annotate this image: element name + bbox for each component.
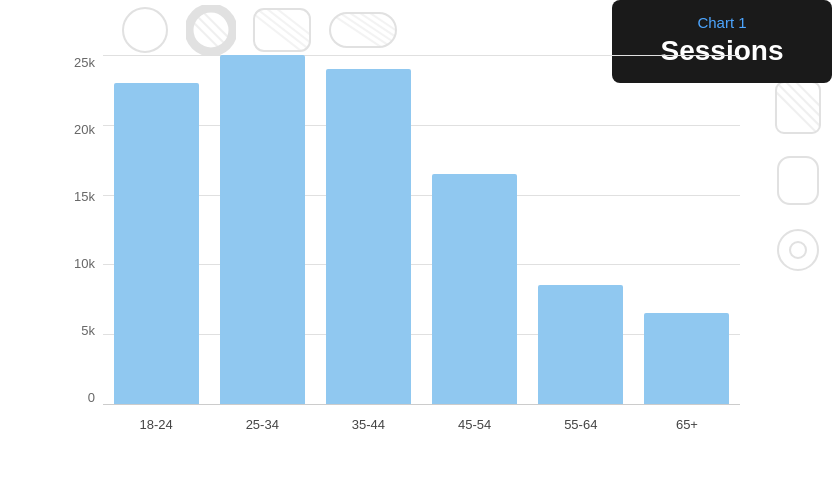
- chart-inner: 25k 20k 15k 10k 5k 0: [55, 55, 740, 445]
- circle-shape: [120, 5, 170, 55]
- donut-shape: [186, 5, 236, 55]
- bar-group-35-44: [315, 55, 421, 404]
- x-label-35-44: 35-44: [315, 405, 421, 445]
- bar-18-24: [114, 83, 199, 404]
- right-circle-shape: [774, 226, 822, 274]
- svg-point-27: [790, 242, 806, 258]
- svg-point-26: [778, 230, 818, 270]
- pill-shape: [328, 5, 398, 55]
- bar-group-55-64: [528, 55, 634, 404]
- right-squircle-shape: [774, 153, 822, 208]
- bar-35-44: [326, 69, 411, 404]
- bar-45-54: [432, 174, 517, 404]
- x-axis: 18-24 25-34 35-44 45-54 55-64 65+: [103, 405, 740, 445]
- x-label-45-54: 45-54: [422, 405, 528, 445]
- y-label-25k: 25k: [74, 55, 95, 70]
- svg-point-0: [123, 8, 167, 52]
- bar-55-64: [538, 285, 623, 404]
- y-label-10k: 10k: [74, 256, 95, 271]
- bar-group-18-24: [103, 55, 209, 404]
- bars-wrapper: [103, 55, 740, 404]
- y-label-20k: 20k: [74, 122, 95, 137]
- x-label-65plus: 65+: [634, 405, 740, 445]
- x-label-25-34: 25-34: [209, 405, 315, 445]
- chart-container: 25k 20k 15k 10k 5k 0: [0, 55, 760, 485]
- y-label-5k: 5k: [81, 323, 95, 338]
- rect-shape: [252, 5, 312, 55]
- bars-area: [103, 55, 740, 405]
- decorative-shapes-right: [774, 80, 822, 274]
- tooltip-subtitle: Chart 1: [632, 14, 812, 31]
- svg-rect-25: [778, 157, 818, 204]
- svg-line-22: [774, 80, 822, 135]
- y-axis: 25k 20k 15k 10k 5k 0: [55, 55, 103, 405]
- right-rect-shape: [774, 80, 822, 135]
- x-label-18-24: 18-24: [103, 405, 209, 445]
- bar-group-65plus: [634, 55, 740, 404]
- bar-25-34: [220, 55, 305, 404]
- bar-group-25-34: [209, 55, 315, 404]
- svg-line-24: [794, 80, 822, 135]
- bar-group-45-54: [422, 55, 528, 404]
- x-label-55-64: 55-64: [528, 405, 634, 445]
- y-label-0: 0: [88, 390, 95, 405]
- y-label-15k: 15k: [74, 189, 95, 204]
- bar-65plus: [644, 313, 729, 404]
